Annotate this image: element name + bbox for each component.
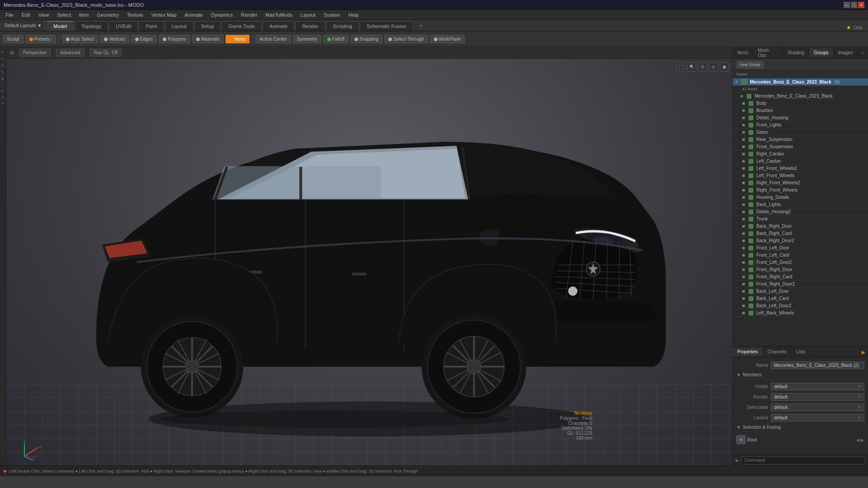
scene-item-rfw[interactable]: ▣ Right_Front_Wheels (733, 187, 868, 194)
scene-item-detals-housing[interactable]: ▣ Detals_Housing (733, 114, 868, 122)
menu-system[interactable]: System (320, 11, 344, 19)
menu-help[interactable]: Help (345, 11, 363, 19)
scene-item-frd[interactable]: ▣ Front_Right_Door (733, 266, 868, 273)
menu-item[interactable]: Item (75, 11, 92, 19)
menu-animate[interactable]: Animate (181, 11, 206, 19)
visible-value[interactable]: default ▼ (771, 383, 864, 390)
add-tab-button[interactable]: + (415, 20, 426, 31)
rp-tab-images[interactable]: Images (834, 48, 858, 57)
menu-layout[interactable]: Layout (297, 11, 319, 19)
locked-value[interactable]: default ▼ (771, 414, 864, 422)
expand-icon[interactable]: ⊞ (10, 50, 14, 55)
tab-model[interactable]: Model (47, 21, 74, 31)
name-value[interactable]: Mercedes_Benz_E_Class_2023_Black (2) (771, 361, 864, 369)
menu-vertex-map[interactable]: Vertex Map (148, 11, 180, 19)
tab-paint[interactable]: Paint (139, 21, 164, 31)
tab-layout[interactable]: Layout (165, 21, 193, 31)
left-tab-l[interactable]: L (0, 94, 6, 100)
vp-ctrl-zoom[interactable]: 🔍 (687, 62, 696, 71)
tab-uvedit[interactable]: UVEdit (109, 21, 138, 31)
maximize-button[interactable]: □ (851, 2, 857, 8)
scene-item-back-lights[interactable]: ▣ Back_Lights (733, 201, 868, 208)
tab-animate[interactable]: Animate (263, 21, 294, 31)
vp-ctrl-cam[interactable]: ◎ (709, 62, 718, 71)
action-center-button[interactable]: Action Center (255, 35, 291, 43)
presets-button[interactable]: Presets | (25, 35, 56, 43)
vp-ctrl-render[interactable]: ▣ (720, 62, 729, 71)
scene-item-dh2[interactable]: ▣ Detals_Housing2 (733, 208, 868, 216)
advanced-button[interactable]: Advanced (56, 49, 84, 56)
vertices-button[interactable]: Vertices (100, 35, 129, 43)
scene-item-left-cardan[interactable]: ▣ Left_Cardan (733, 158, 868, 165)
scene-item-lbw[interactable]: ▣ Left_Back_Wheels (733, 310, 868, 317)
scene-item-flc[interactable]: ▣ Front_Left_Card (733, 252, 868, 259)
polygons-button[interactable]: Polygons (159, 35, 190, 43)
vp-ctrl-frame[interactable]: ⊡ (698, 62, 707, 71)
new-group-button[interactable]: New Group (736, 61, 764, 68)
tab-render[interactable]: Render (295, 21, 325, 31)
rp-tab-mesh-ops[interactable]: Mesh Ops (753, 46, 783, 60)
auto-select-button[interactable]: Auto Select (62, 35, 98, 43)
menu-texture[interactable]: Texture (123, 11, 147, 19)
scene-list[interactable]: ▼ Mercedes_Benz_E_Class_2023_Black (1) 4… (733, 78, 868, 346)
left-tab-m[interactable]: M (0, 75, 6, 82)
minimize-button[interactable]: — (844, 2, 850, 8)
left-tab-d[interactable]: D (0, 87, 6, 94)
scene-item-frd2[interactable]: ▣ Front_Right_Door2 (733, 281, 868, 288)
scene-item-front-lights[interactable]: ▣ Front_Lights (733, 122, 868, 129)
raygl-button[interactable]: Ray GL: Off (90, 49, 122, 56)
falloff-button[interactable]: Falloff (323, 35, 349, 43)
scene-root[interactable]: ▼ Mercedes_Benz_E_Class_2023_Black (1) (733, 78, 868, 86)
rp-tab-shading[interactable]: Shading (783, 48, 809, 57)
scene-item-fld[interactable]: ▣ Front_Left_Door (733, 244, 868, 252)
scene-item-fld2[interactable]: ▣ Front_Left_Door2 (733, 259, 868, 266)
left-tab-c[interactable]: C (0, 55, 6, 62)
render-value[interactable]: default ▼ (771, 393, 864, 401)
tab-game-tools[interactable]: Game Tools (222, 21, 262, 31)
close-button[interactable]: ✕ (858, 2, 864, 8)
scene-item-blc[interactable]: ▣ Back_Left_Card (733, 295, 868, 302)
prop-tab-properties[interactable]: Properties (733, 347, 763, 356)
prop-panel-arrow[interactable]: ▶ (859, 347, 868, 357)
select-through-button[interactable]: Select Through (384, 35, 428, 43)
items-button[interactable]: Items (226, 35, 250, 43)
rp-tab-items[interactable]: Items (733, 48, 753, 57)
left-tab-v[interactable]: V (0, 100, 6, 106)
left-tab-i[interactable]: I (0, 82, 6, 87)
scene-item-front-sus[interactable]: ▣ Front_Suspension (733, 143, 868, 150)
scene-item-brushes[interactable]: ▣ Brushes (733, 107, 868, 114)
menu-max-to-modo[interactable]: MaxToModo (262, 11, 296, 19)
vp-ctrl-1[interactable]: ⛶ (676, 62, 685, 71)
scene-item-frc[interactable]: ▣ Front_Right_Card (733, 273, 868, 281)
scene-item-rfw2[interactable]: ▣ Right_Front_Wheels2 (733, 179, 868, 187)
menu-geometry[interactable]: Geometry (93, 11, 122, 19)
menu-view[interactable]: View (35, 11, 53, 19)
scene-item-glass[interactable]: ▣ Glass (733, 129, 868, 136)
prop-next-arrow[interactable]: ▶ (861, 437, 864, 442)
window-controls[interactable]: — □ ✕ (844, 2, 864, 8)
prop-tab-lists[interactable]: Lists (792, 347, 811, 356)
prop-prev-arrow[interactable]: ◀ (856, 437, 860, 442)
perspective-button[interactable]: Perspective (19, 49, 51, 56)
selectable-value[interactable]: default ▼ (771, 404, 864, 411)
scene-item-root-mesh[interactable]: ▣ Mercedes_Benz_E_Class_2023_Black (733, 93, 868, 100)
scene-item-trunk[interactable]: ▣ Trunk (733, 216, 868, 223)
scene-item-right-cardan[interactable]: ▣ Right_Cardan (733, 150, 868, 158)
scene-item-brc[interactable]: ▣ Back_Right_Card (733, 230, 868, 237)
menu-dynamics[interactable]: Dynamics (208, 11, 236, 19)
left-tab-p[interactable]: P (0, 68, 6, 75)
scene-item-rear-sus[interactable]: ▣ Rear_Suspension (733, 136, 868, 143)
command-input[interactable] (741, 456, 865, 465)
menu-render[interactable]: Render (237, 11, 261, 19)
scene-item-brd2[interactable]: ▣ Back_Right_Door2 (733, 237, 868, 244)
scene-item-housing-det[interactable]: ▣ Housing_Details (733, 194, 868, 201)
tab-setup[interactable]: Setup (194, 21, 221, 31)
edges-button[interactable]: Edges (131, 35, 157, 43)
rp-tab-groups[interactable]: Groups (809, 48, 834, 57)
materials-button[interactable]: Materials (192, 35, 224, 43)
left-tab-s[interactable]: S (0, 49, 6, 55)
prop-tab-channels[interactable]: Channels (763, 347, 792, 356)
3d-viewport[interactable]: X Y Z ⛶ 🔍 ⊡ ◎ ▣ No Items (6, 59, 732, 465)
rp-tab-add[interactable]: + (858, 48, 868, 57)
scene-item-body[interactable]: ▣ Body (733, 100, 868, 107)
